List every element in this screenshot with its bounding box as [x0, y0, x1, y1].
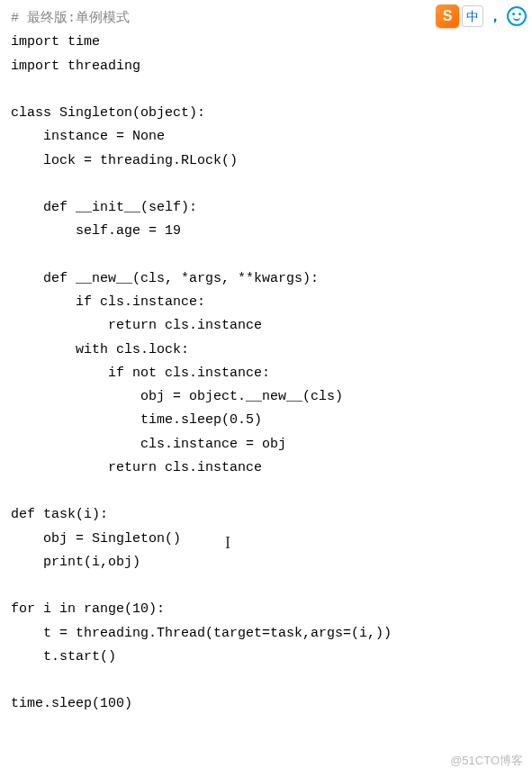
code-line: class Singleton(object): — [11, 105, 205, 121]
sogou-logo-icon[interactable]: S — [436, 5, 459, 28]
code-line: def __init__(self): — [11, 200, 197, 215]
code-line: import threading — [11, 59, 140, 74]
code-line: if not cls.instance: — [11, 366, 270, 381]
code-line: cls.instance = obj — [11, 437, 286, 452]
code-comment: # 最终版:单例模式 — [11, 11, 130, 26]
code-line: if cls.instance: — [11, 294, 205, 310]
ime-emoji-icon[interactable] — [507, 6, 527, 26]
code-line: obj = object.__new__(cls) — [11, 389, 343, 404]
code-content: # 最终版:单例模式 import time import threading … — [11, 7, 521, 717]
watermark-text: @51CTO博客 — [450, 751, 523, 772]
code-line: time.sleep(100) — [11, 696, 132, 711]
code-line: time.sleep(0.5) — [11, 412, 262, 428]
ime-lang-indicator[interactable]: 中 — [462, 5, 483, 27]
code-line: with cls.lock: — [11, 342, 189, 357]
code-line: lock = threading.RLock() — [11, 153, 238, 168]
code-line: for i in range(10): — [11, 601, 165, 617]
code-line: def __new__(cls, *args, **kwargs): — [11, 271, 319, 286]
code-line: t = threading.Thread(target=task,args=(i… — [11, 626, 392, 641]
code-line: print(i,obj) — [11, 555, 140, 570]
code-line: instance = None — [11, 129, 165, 144]
code-line: self.age = 19 — [11, 223, 181, 239]
code-line: def task(i): — [11, 507, 108, 522]
code-line: obj = Singleton() — [11, 531, 181, 547]
code-line: return cls.instance — [11, 318, 262, 333]
ime-toolbar: S 中 ， — [436, 4, 527, 29]
code-line: return cls.instance — [11, 460, 262, 475]
code-line: t.start() — [11, 649, 116, 664]
code-line: import time — [11, 34, 100, 50]
ime-punct-indicator[interactable]: ， — [486, 5, 504, 27]
text-cursor-icon: I — [225, 529, 230, 558]
